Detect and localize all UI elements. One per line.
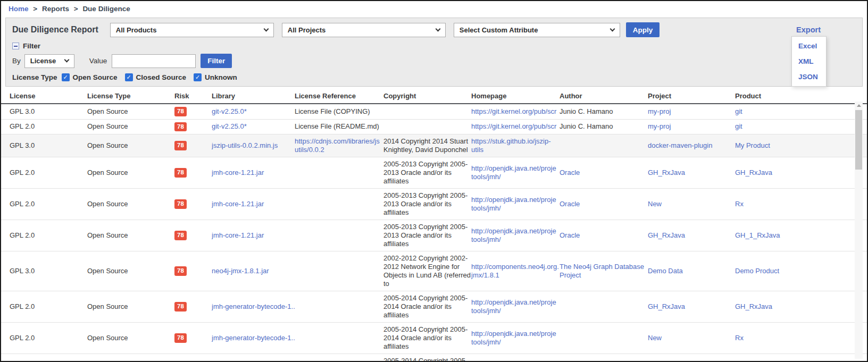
risk-score-badge[interactable]: 78 xyxy=(174,231,187,240)
checkbox-checked-icon[interactable]: ✓ xyxy=(194,73,202,81)
scrollbar-thumb[interactable] xyxy=(855,110,862,170)
author-link[interactable]: Oracle xyxy=(560,200,580,208)
cell-license: GPL 2.0 xyxy=(1,189,87,220)
collapse-minus-icon[interactable] xyxy=(12,43,19,49)
cell-license-type: Open Source xyxy=(87,157,174,189)
checkbox-checked-icon[interactable]: ✓ xyxy=(62,73,70,81)
risk-score-badge[interactable]: 78 xyxy=(174,122,187,132)
risk-score-badge[interactable]: 78 xyxy=(174,199,187,209)
library-link[interactable]: jmh-core-1.21.jar xyxy=(212,169,264,176)
filter-by-dropdown[interactable]: License xyxy=(24,54,74,68)
report-filter-panel: Due Diligence Report All Products All Pr… xyxy=(5,18,863,87)
column-header-license-reference[interactable]: License Reference xyxy=(295,88,383,104)
homepage-link[interactable]: http://components.neo4j.org. jmx/1.8.1 xyxy=(471,263,559,279)
column-header-author[interactable]: Author xyxy=(560,88,648,104)
homepage-link[interactable]: https://git.kernel.org/pub/scr xyxy=(471,107,556,115)
license-type-checkbox-closed-source[interactable]: ✓Closed Source xyxy=(125,73,187,81)
license-type-checkbox-unknown[interactable]: ✓Unknown xyxy=(194,73,237,81)
custom-attribute-dropdown[interactable]: Select Custom Attribute xyxy=(454,23,620,37)
library-link[interactable]: neo4j-jmx-1.8.1.jar xyxy=(212,267,269,275)
export-link[interactable]: Export xyxy=(796,26,821,34)
product-link[interactable]: GH_RxJava xyxy=(735,302,772,310)
product-link[interactable]: Rx xyxy=(735,334,744,342)
column-header-copyright[interactable]: Copyright xyxy=(383,88,471,104)
library-link[interactable]: jszip-utils-0.0.2.min.js xyxy=(212,141,278,149)
project-link[interactable]: my-proj xyxy=(648,107,671,115)
cell-library: neo4j-jmx-1.8.1.jar xyxy=(212,251,295,291)
products-dropdown[interactable]: All Products xyxy=(110,23,274,37)
homepage-link[interactable]: http://openjdk.java.net/proje tools/jmh/ xyxy=(471,164,556,181)
author-link[interactable]: The Neo4j Graph Database Project xyxy=(560,263,644,279)
filter-value-input[interactable] xyxy=(112,54,196,68)
scrollbar-up-arrow-icon[interactable] xyxy=(857,104,861,107)
risk-score-badge[interactable]: 78 xyxy=(174,168,187,178)
library-link[interactable]: git-v2.25.0* xyxy=(212,122,247,130)
cell-author xyxy=(560,354,648,362)
column-header-risk[interactable]: Risk xyxy=(174,88,212,104)
project-link[interactable]: my-proj xyxy=(648,122,671,130)
export-option-json[interactable]: JSON xyxy=(792,69,826,85)
product-link[interactable]: GH_1_RxJava xyxy=(735,231,780,239)
product-link[interactable]: git xyxy=(735,122,742,130)
product-link[interactable]: Demo Product xyxy=(735,267,779,275)
column-header-library[interactable]: Library xyxy=(212,88,295,104)
copyright-text: 2005-2014 Copyright 2005- 2014 Oracle an… xyxy=(383,357,468,362)
cell-project: GH_RxJava xyxy=(648,354,735,362)
library-link[interactable]: jmh-generator-bytecode-1.... xyxy=(212,334,295,342)
column-header-license[interactable]: License xyxy=(1,88,87,104)
library-link[interactable]: jmh-generator-bytecode-1.... xyxy=(212,302,295,310)
license-type-checkbox-open-source[interactable]: ✓Open Source xyxy=(62,73,118,81)
projects-dropdown[interactable]: All Projects xyxy=(282,23,446,37)
library-link[interactable]: jmh-core-1.21.jar xyxy=(212,231,264,239)
breadcrumb-home-link[interactable]: Home xyxy=(9,5,29,13)
project-link[interactable]: GH_RxJava xyxy=(648,302,685,310)
copyright-text: 2005-2014 Copyright 2005- 2014 Oracle an… xyxy=(383,325,468,350)
column-header-project[interactable]: Project xyxy=(648,88,735,104)
cell-library: jmh-generator-bytecode-1.... xyxy=(212,354,295,362)
export-option-excel[interactable]: Excel xyxy=(792,38,826,54)
homepage-link[interactable]: https://stuk.github.io/jszip- utils xyxy=(471,137,551,154)
product-link[interactable]: Rx xyxy=(735,200,744,208)
product-link[interactable]: GH_RxJava xyxy=(735,169,772,176)
column-header-homepage[interactable]: Homepage xyxy=(471,88,560,104)
library-link[interactable]: git-v2.25.0* xyxy=(212,107,247,115)
cell-homepage: https://git.kernel.org/pub/scr xyxy=(471,104,560,119)
license-type-text: Open Source xyxy=(87,267,128,275)
homepage-link[interactable]: http://openjdk.java.net/proje tools/jmh/ xyxy=(471,227,556,243)
project-link[interactable]: docker-maven-plugin xyxy=(648,141,712,149)
checkbox-checked-icon[interactable]: ✓ xyxy=(125,73,133,81)
project-link[interactable]: New xyxy=(648,200,662,208)
cell-license: GPL 2.0 xyxy=(1,157,87,189)
risk-score-badge[interactable]: 78 xyxy=(174,141,187,150)
apply-button[interactable]: Apply xyxy=(626,22,660,37)
homepage-link[interactable]: https://git.kernel.org/pub/scr xyxy=(471,122,556,130)
project-link[interactable]: GH_RxJava xyxy=(648,231,685,239)
column-header-license-type[interactable]: License Type xyxy=(87,88,174,104)
license-type-text: Open Source xyxy=(87,107,128,115)
project-link[interactable]: Demo Data xyxy=(648,267,683,275)
page-title: Due Diligence Report xyxy=(12,25,98,35)
risk-score-badge[interactable]: 78 xyxy=(174,333,187,343)
risk-score-badge[interactable]: 78 xyxy=(174,266,187,276)
homepage-link[interactable]: http://openjdk.java.net/proje tools/jmh/ xyxy=(471,298,556,315)
column-header-product[interactable]: Product xyxy=(735,88,867,104)
author-link[interactable]: Oracle xyxy=(560,169,580,176)
project-link[interactable]: GH_RxJava xyxy=(648,169,685,176)
library-link[interactable]: jmh-core-1.21.jar xyxy=(212,200,264,208)
project-link[interactable]: New xyxy=(648,334,662,342)
filter-button[interactable]: Filter xyxy=(201,54,232,68)
cell-risk: 78 xyxy=(174,220,212,251)
table-row: GPL 2.0Open Source78jmh-core-1.21.jar200… xyxy=(1,220,867,251)
risk-score-badge[interactable]: 78 xyxy=(174,302,187,312)
cell-product: Demo Product xyxy=(735,251,867,291)
risk-score-badge[interactable]: 78 xyxy=(174,107,187,116)
homepage-link[interactable]: http://openjdk.java.net/proje tools/jmh/ xyxy=(471,196,556,212)
product-link[interactable]: git xyxy=(735,107,742,115)
vertical-scrollbar[interactable] xyxy=(855,102,863,359)
product-link[interactable]: My Product xyxy=(735,141,770,149)
copyright-text: 2005-2013 Copyright 2005- 2013 Oracle an… xyxy=(383,191,468,216)
license-ref-link[interactable]: https://cdnjs.com/libraries/js utils/0.0… xyxy=(295,137,380,154)
homepage-link[interactable]: http://openjdk.java.net/proje tools/jmh/ xyxy=(471,330,556,346)
export-option-xml[interactable]: XML xyxy=(792,54,826,69)
author-link[interactable]: Oracle xyxy=(560,231,580,239)
